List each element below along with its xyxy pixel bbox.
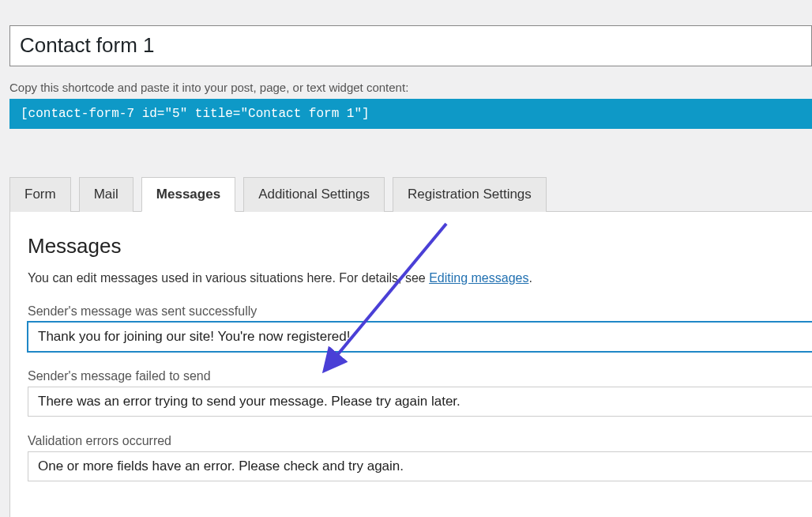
tab-form[interactable]: Form bbox=[9, 177, 71, 212]
panel-desc-suffix: . bbox=[528, 271, 532, 285]
form-title-input[interactable] bbox=[9, 25, 812, 66]
shortcode-code-box[interactable]: [contact-form-7 id="5" title="Contact fo… bbox=[9, 99, 812, 129]
shortcode-instruction-label: Copy this shortcode and paste it into yo… bbox=[9, 81, 812, 94]
panel-desc-prefix: You can edit messages used in various si… bbox=[28, 271, 429, 285]
panel-description: You can edit messages used in various si… bbox=[28, 271, 812, 285]
tab-mail[interactable]: Mail bbox=[79, 177, 133, 212]
validation-message-input[interactable] bbox=[28, 451, 812, 481]
tab-registration-settings[interactable]: Registration Settings bbox=[393, 177, 547, 212]
panel-heading: Messages bbox=[28, 234, 812, 258]
success-message-label: Sender's message was sent successfully bbox=[28, 304, 812, 319]
messages-panel: Messages You can edit messages used in v… bbox=[9, 212, 812, 517]
tab-additional-settings[interactable]: Additional Settings bbox=[243, 177, 385, 212]
tabs-bar: Form Mail Messages Additional Settings R… bbox=[9, 176, 812, 212]
validation-message-label: Validation errors occurred bbox=[28, 434, 812, 448]
success-message-input[interactable] bbox=[28, 322, 812, 352]
failed-message-input[interactable] bbox=[28, 387, 812, 417]
failed-message-label: Sender's message failed to send bbox=[28, 369, 812, 383]
tab-messages[interactable]: Messages bbox=[141, 177, 235, 212]
editing-messages-link[interactable]: Editing messages bbox=[429, 271, 528, 285]
